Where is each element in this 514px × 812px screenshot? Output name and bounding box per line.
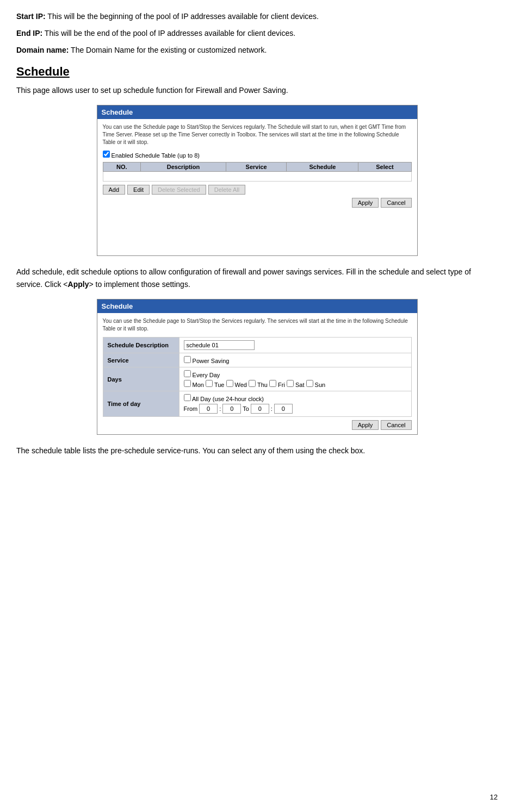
domain-para: Domain name: The Domain Name for the exi… [16,45,498,56]
weekdays-row: Mon Tue Wed Thu Fri [184,380,407,388]
service-value-cell: Power Saving [179,353,411,367]
col-schedule: Schedule [287,163,358,172]
sat-checkbox[interactable] [287,380,294,387]
time-row: Time of day All Day (use 24-hour clock) … [103,391,411,417]
to-colon: : [271,405,273,412]
from-colon: : [219,405,221,412]
to-hour-input[interactable] [251,404,269,414]
to-min-input[interactable] [274,404,293,414]
schedule-heading: Schedule [16,65,498,79]
service-row: Service Power Saving [103,353,411,367]
mon-label: Mon [193,382,204,388]
panel1-apply-button[interactable]: Apply [352,198,379,208]
start-ip-label: Start IP: [16,12,46,21]
tue-checkbox[interactable] [206,380,213,387]
enable-schedule-row: Enabled Schedule Table (up to 8) [103,151,412,159]
mon-checkbox[interactable] [184,380,191,387]
time-options: All Day (use 24-hour clock) From : To [184,394,407,414]
page-content: Start IP: This will be the beginning of … [16,11,498,457]
schedule-desc-input[interactable] [184,340,255,350]
every-day-checkbox[interactable] [184,370,191,377]
power-saving-checkbox[interactable] [184,356,191,363]
panel1-body: You can use the Schedule page to Start/S… [97,119,417,255]
days-label-cell: Days [103,367,179,391]
enable-schedule-checkbox[interactable] [103,151,110,158]
domain-text: The Domain Name for the existing or cust… [69,46,267,54]
sun-label: Sun [315,382,326,388]
bottom-text: The schedule table lists the pre-schedul… [16,445,498,457]
panel1-header: Schedule [97,105,417,119]
sun-checkbox[interactable] [306,380,313,387]
fri-label: Fri [278,382,285,388]
every-day-row: Every Day [184,370,407,378]
time-from-to: From : To : [184,404,407,414]
schedule-panel-2-container: Schedule You can use the Schedule page t… [16,299,498,435]
col-desc: Description [141,163,226,172]
empty-row [103,172,411,182]
panel2-cancel-button[interactable]: Cancel [381,420,411,430]
days-options: Every Day Mon Tue Wed [184,370,407,388]
wed-label: Wed [235,382,247,388]
wed-checkbox[interactable] [226,380,233,387]
panel2-apply-row: Apply Cancel [103,420,412,430]
panel1-apply-row: Apply Cancel [103,198,412,208]
panel1-spacer [103,208,412,251]
from-min-input[interactable] [222,404,241,414]
panel2-apply-button[interactable]: Apply [352,420,379,430]
schedule-table: NO. Description Service Schedule Select [103,162,412,182]
add-button[interactable]: Add [103,185,126,195]
apply-bold: Apply [68,280,89,289]
fri-checkbox[interactable] [269,380,276,387]
time-label-cell: Time of day [103,391,179,417]
schedule-description: This page allows user to set up schedule… [16,84,498,96]
time-value-cell: All Day (use 24-hour clock) From : To [179,391,411,417]
table-action-buttons: Add Edit Delete Selected Delete All [103,185,412,195]
tue-label: Tue [214,382,225,388]
domain-label: Domain name: [16,46,69,54]
schedule-panel-1: Schedule You can use the Schedule page t… [97,105,418,256]
all-day-label: All Day (use 24-hour clock) [192,396,264,402]
schedule-form-table: Schedule Description Service Power Savin… [103,337,412,417]
col-select: Select [358,163,411,172]
schedule-desc-value-cell [179,338,411,353]
end-ip-text: This will be the end of the pool of IP a… [42,29,295,38]
thu-label: Thu [257,382,268,388]
start-ip-text: This will be the beginning of the pool o… [46,12,319,21]
schedule-panel-1-container: Schedule You can use the Schedule page t… [16,105,498,256]
days-value-cell: Every Day Mon Tue Wed [179,367,411,391]
delete-selected-button[interactable]: Delete Selected [152,185,206,195]
thu-checkbox[interactable] [249,380,256,387]
delete-all-button[interactable]: Delete All [208,185,245,195]
from-hour-input[interactable] [199,404,218,414]
power-saving-label: Power Saving [193,358,230,364]
end-ip-label: End IP: [16,29,42,38]
start-ip-para: Start IP: This will be the beginning of … [16,11,498,22]
col-service: Service [226,163,286,172]
all-day-row: All Day (use 24-hour clock) [184,394,407,402]
days-row: Days Every Day Mon [103,367,411,391]
to-label: To [243,405,249,412]
all-day-checkbox[interactable] [184,394,191,401]
panel2-header: Schedule [97,299,417,313]
schedule-desc-row: Schedule Description [103,338,411,353]
panel2-info: You can use the Schedule page to Start/S… [103,317,412,333]
panel1-cancel-button[interactable]: Cancel [381,198,411,208]
edit-button[interactable]: Edit [127,185,150,195]
enable-schedule-label: Enabled Schedule Table (up to 8) [112,152,200,159]
end-ip-para: End IP: This will be the end of the pool… [16,28,498,39]
from-label: From [184,405,198,412]
panel2-body: You can use the Schedule page to Start/S… [97,313,417,434]
sat-label: Sat [295,382,305,388]
schedule-panel-2: Schedule You can use the Schedule page t… [97,299,418,435]
schedule-desc-label-cell: Schedule Description [103,338,179,353]
every-day-label: Every Day [193,372,220,378]
col-no: NO. [103,163,141,172]
add-description: Add schedule, edit schedule options to a… [16,266,498,290]
service-label-cell: Service [103,353,179,367]
panel1-info: You can use the Schedule page to Start/S… [103,123,412,146]
